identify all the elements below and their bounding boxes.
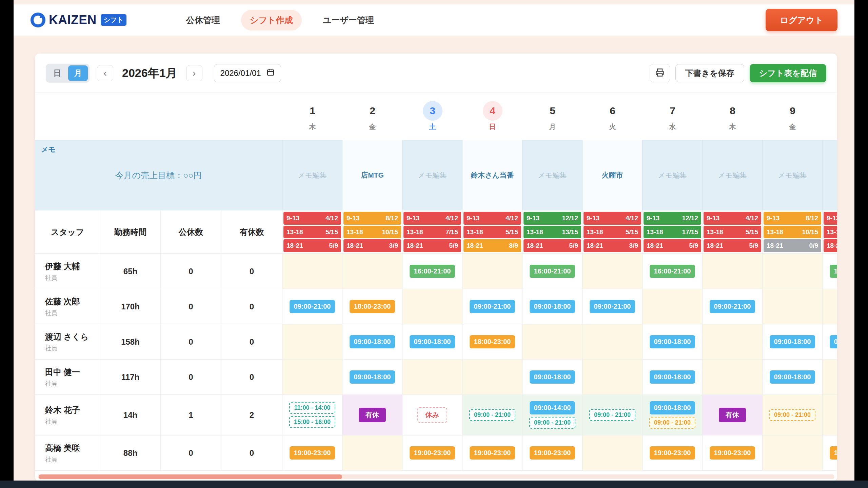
shift-chip[interactable]: 16:00-21:00 [650,265,695,278]
shift-cell-day-2[interactable] [342,254,402,289]
shift-chip[interactable]: 19:00-23:00 [470,446,515,460]
shift-chip[interactable]: 休み [417,407,447,423]
shift-cell-day-9[interactable] [763,435,823,470]
shift-cell-day-10[interactable] [823,360,837,394]
shift-cell-day-7[interactable]: 16:00-21:00 [643,254,703,289]
scrollbar-thumb[interactable] [39,474,342,479]
next-month-button[interactable]: › [186,65,202,81]
shift-cell-day-4[interactable]: 09:00 - 21:00 [462,395,522,435]
shift-chip[interactable]: 09:00-18:00 [350,335,395,348]
nav-item-shift-create[interactable]: シフト作成 [241,10,302,30]
shift-chip[interactable]: 19:00-23:00 [710,446,755,460]
shift-cell-day-4[interactable]: 09:00-21:00 [462,289,522,324]
date-picker-input[interactable]: 2026/01/01 [214,64,281,82]
shift-chip[interactable]: 18:00-23:00 [470,335,515,348]
shift-chip[interactable]: 19:00-23:00 [290,446,335,460]
shift-cell-day-9[interactable] [763,254,823,289]
shift-chip[interactable]: 有休 [719,408,746,422]
shift-cell-day-6[interactable]: 09:00 - 21:00 [583,395,643,435]
shift-cell-day-1[interactable] [282,360,342,394]
memo-cell-day-4[interactable]: 鈴木さん当番 [462,140,522,210]
memo-cell-day-1[interactable]: メモ編集 [282,140,342,210]
save-draft-button[interactable]: 下書きを保存 [675,64,744,82]
shift-cell-day-2[interactable]: 09:00-18:00 [342,324,402,359]
memo-cell-day-5[interactable]: メモ編集 [522,140,583,210]
shift-chip[interactable]: 09:00-18:00 [530,370,575,384]
shift-cell-day-6[interactable] [583,254,643,289]
shift-cell-day-3[interactable] [402,360,462,394]
shift-cell-day-10[interactable]: 19:00-23:00 [823,435,837,470]
print-button[interactable] [650,64,670,82]
publish-shift-button[interactable]: シフト表を配信 [750,64,826,82]
view-toggle-month[interactable]: 月 [68,65,88,81]
shift-chip[interactable]: 19:00-23:00 [830,446,837,460]
shift-cell-day-1[interactable]: 11:00 - 14:0015:00 - 16:00 [282,395,342,435]
shift-chip[interactable]: 15:00 - 16:00 [289,416,335,428]
shift-chip[interactable]: 09:00 - 21:00 [469,409,515,421]
shift-cell-day-3[interactable] [402,289,462,324]
shift-cell-day-8[interactable] [703,324,763,359]
shift-cell-day-8[interactable]: 09:00-21:00 [703,289,763,324]
shift-cell-day-4[interactable]: 18:00-23:00 [462,324,522,359]
shift-chip[interactable]: 09:00-18:00 [650,401,695,414]
view-toggle-day[interactable]: 日 [47,65,67,81]
shift-cell-day-3[interactable]: 19:00-23:00 [402,435,462,470]
nav-item-public-holiday[interactable]: 公休管理 [177,10,229,30]
memo-cell-day-2[interactable]: 店MTG [342,140,402,210]
shift-cell-day-8[interactable] [703,360,763,394]
shift-chip[interactable]: 09:00 - 21:00 [769,409,815,421]
shift-cell-day-10[interactable] [823,289,837,324]
shift-chip[interactable]: 16:00-21:00 [830,265,837,278]
shift-chip[interactable]: 09:00 - 21:00 [589,409,635,421]
shift-cell-day-3[interactable]: 休み [402,395,462,435]
shift-cell-day-1[interactable] [282,254,342,289]
shift-cell-day-6[interactable] [583,324,643,359]
shift-cell-day-9[interactable] [763,289,823,324]
shift-cell-day-1[interactable]: 19:00-23:00 [282,435,342,470]
shift-cell-day-2[interactable]: 18:00-23:00 [342,289,402,324]
shift-cell-day-2[interactable]: 有休 [342,395,402,435]
memo-cell-day-10[interactable] [823,140,837,210]
shift-chip[interactable]: 09:00-21:00 [590,300,635,313]
shift-chip[interactable]: 16:00-21:00 [530,265,575,278]
shift-chip[interactable]: 09:00-21:00 [290,300,335,313]
shift-chip[interactable]: 19:00-23:00 [530,446,575,460]
shift-chip[interactable]: 09:00-18:00 [350,370,395,384]
shift-cell-day-8[interactable]: 有休 [703,395,763,435]
shift-chip[interactable]: 18:00-23:00 [350,300,395,313]
shift-cell-day-5[interactable]: 09:00-18:00 [522,289,583,324]
shift-cell-day-5[interactable]: 16:00-21:00 [522,254,583,289]
shift-chip[interactable]: 09:00-18:00 [830,335,837,348]
shift-cell-day-2[interactable] [342,435,402,470]
monthly-memo-cell[interactable]: メモ 今月の売上目標：○○円 [35,140,282,210]
shift-chip[interactable]: 09:00-18:00 [530,300,575,313]
shift-chip[interactable]: 19:00-23:00 [410,446,455,460]
memo-cell-day-3[interactable]: メモ編集 [402,140,462,210]
shift-cell-day-8[interactable] [703,254,763,289]
shift-chip[interactable]: 11:00 - 14:00 [289,402,335,414]
memo-cell-day-8[interactable]: メモ編集 [703,140,763,210]
shift-cell-day-5[interactable] [522,324,583,359]
shift-cell-day-3[interactable]: 16:00-21:00 [402,254,462,289]
shift-chip[interactable]: 有休 [359,408,386,422]
logout-button[interactable]: ログアウト [766,9,837,31]
shift-chip[interactable]: 09:00-18:00 [650,370,695,384]
memo-cell-day-7[interactable]: メモ編集 [643,140,703,210]
shift-cell-day-5[interactable]: 09:00-14:0009:00 - 21:00 [522,395,583,435]
shift-chip[interactable]: 09:00-18:00 [770,335,815,348]
shift-cell-day-4[interactable]: 19:00-23:00 [462,435,522,470]
shift-cell-day-9[interactable]: 09:00-18:00 [763,360,823,394]
shift-chip[interactable]: 09:00-18:00 [770,370,815,384]
nav-item-user-management[interactable]: ユーザー管理 [314,10,383,30]
shift-cell-day-1[interactable]: 09:00-21:00 [282,289,342,324]
shift-cell-day-7[interactable]: 09:00-18:0009:00 - 21:00 [643,395,703,435]
shift-cell-day-7[interactable]: 09:00-18:00 [643,360,703,394]
shift-cell-day-4[interactable] [462,254,522,289]
shift-chip[interactable]: 09:00-21:00 [470,300,515,313]
memo-cell-day-9[interactable]: メモ編集 [763,140,823,210]
shift-chip[interactable]: 09:00-21:00 [710,300,755,313]
shift-cell-day-10[interactable]: 16:00-21:00 [823,254,837,289]
shift-chip[interactable]: 09:00-18:00 [650,335,695,348]
prev-month-button[interactable]: ‹ [97,65,113,81]
shift-cell-day-3[interactable]: 09:00-18:00 [402,324,462,359]
